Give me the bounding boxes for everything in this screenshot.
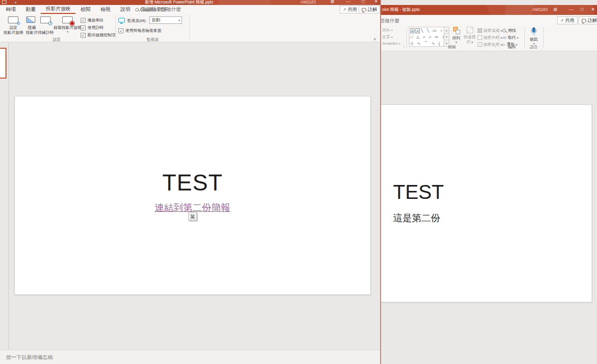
replace-icon: ab: [502, 36, 506, 39]
ribbon-home: 方向 ▾ 文字 ▾ SmartArt ▾ ⌟ A A ╲ ╲ ▭ ○ □ △ ⌐…: [381, 26, 597, 51]
quick-styles-icon: [467, 27, 473, 33]
window-title: oint 簡報 - 複製.pptx: [382, 7, 420, 13]
slide-subtitle-text[interactable]: 這是第二份: [393, 212, 440, 225]
notes-placeholder: 按一下以新增備忘稿: [6, 354, 53, 361]
shape-outline-button[interactable]: 圖案外框 ▾: [478, 35, 502, 40]
slide-title-text[interactable]: TEST: [393, 182, 444, 202]
monitor-dropdown[interactable]: 自動 ▾: [149, 16, 182, 24]
monitor-icon: [118, 18, 125, 22]
scroll-up-icon[interactable]: ▴: [444, 27, 449, 34]
dialog-launcher-icon[interactable]: ⌟: [403, 44, 404, 48]
editing-area: TEST 這是第二份: [381, 51, 597, 364]
record-caret-icon: ▾: [67, 30, 68, 33]
quick-styles-button[interactable]: 快速樣 式 ▾: [463, 27, 476, 44]
dropdown-caret-icon: ▾: [179, 18, 180, 22]
find-button[interactable]: 尋找: [502, 28, 516, 33]
window-title: 新增 Microsoft PowerPoint 簡報.pptx: [80, 0, 279, 5]
group-label-drawing: 繪圖: [406, 44, 498, 50]
presenter-view-checkbox[interactable]: ✓ 使用簡報者檢視畫面: [118, 28, 161, 33]
smartart-button-cut[interactable]: SmartArt ▾: [382, 41, 400, 46]
scroll-down-icon[interactable]: ▾: [444, 34, 449, 40]
setup-slideshow-button[interactable]: ⚙ 設定 投影片放映: [3, 15, 24, 39]
checkbox-icon: ✓: [81, 18, 86, 23]
ribbon-tab-row: 想做什麼 ↗ 共用 註解: [381, 15, 597, 26]
shapes-row2[interactable]: □ △ ⌐ ⌐ ⇨ ⇩: [409, 34, 444, 40]
dialog-launcher-icon[interactable]: ⌟: [495, 44, 496, 48]
tab-view[interactable]: 檢視: [96, 5, 115, 14]
shapes-gallery-scrollbar[interactable]: ▴ ▾ ≡: [444, 27, 449, 47]
shape-fill-button[interactable]: 圖案填滿 ▾: [478, 28, 502, 33]
ribbon-slideshow: ⚙ 設定 投影片放映 隱藏 投影片 排練計時 錄製投影片放映 ▾: [0, 14, 380, 42]
collapse-ribbon-icon[interactable]: ˄: [374, 37, 376, 42]
slide-canvas[interactable]: TEST 連結到第二份簡報 英: [14, 96, 371, 295]
text-direction-button-cut[interactable]: 方向 ▾: [382, 27, 393, 33]
maximize-icon[interactable]: □: [578, 7, 586, 12]
play-narrations-checkbox[interactable]: ✓ 播放旁白: [81, 17, 103, 23]
ribbon-options-icon[interactable]: ⊞: [328, 0, 336, 4]
ribbon-tab-row: 轉場 動畫 投影片放映 校閱 檢視 說明 Gaaiho PDF 告訴我您想做什麼…: [0, 5, 380, 14]
tab-animations[interactable]: 動畫: [21, 5, 41, 14]
comments-button[interactable]: 註解: [579, 16, 597, 24]
align-text-button-cut[interactable]: 文字 ▾: [382, 34, 393, 40]
comment-icon: [582, 19, 586, 22]
titlebar[interactable]: ▾ 新增 Microsoft PowerPoint 簡報.pptx AM1183…: [0, 0, 380, 5]
desktop: ▾ 新增 Microsoft PowerPoint 簡報.pptx AM1183…: [0, 0, 597, 364]
close-icon[interactable]: ✕: [589, 7, 597, 12]
shape-outline-icon: [478, 35, 482, 40]
quick-access-icon[interactable]: [2, 0, 6, 4]
group-label-editing: 編輯: [500, 44, 523, 50]
tell-me-text: 告訴我您想做什麼: [141, 6, 181, 13]
powerpoint-window-primary: ▾ 新增 Microsoft PowerPoint 簡報.pptx AM1183…: [0, 0, 381, 364]
quick-access-caret-icon[interactable]: ▾: [15, 0, 16, 4]
slide-thumbnail-pane[interactable]: [0, 42, 9, 350]
record-slideshow-button[interactable]: 錄製投影片放映 ▾: [56, 15, 80, 39]
hide-slide-icon: [26, 16, 35, 23]
group-label-setup: 設定: [0, 37, 113, 42]
minimize-icon[interactable]: —: [567, 7, 575, 12]
shapes-gallery[interactable]: A A ╲ ╲ ▭ ○ □ △ ⌐ ⌐ ⇨ ⇩ ◇ ∿ ⌒ ∿ { }: [409, 27, 444, 47]
share-icon: ↗: [560, 18, 564, 23]
search-icon: [135, 8, 139, 11]
share-icon: ↗: [343, 7, 346, 12]
rehearse-timings-button[interactable]: 排練計時: [36, 15, 56, 39]
comment-icon: [362, 8, 366, 11]
dictate-button[interactable]: 聽寫 ▾: [527, 27, 540, 45]
close-icon[interactable]: ✕: [372, 0, 380, 4]
group-label-voice: 語音: [525, 44, 542, 50]
ribbon-options-icon[interactable]: ⊞: [551, 7, 559, 12]
checkbox-icon: ✓: [118, 28, 123, 33]
share-button[interactable]: ↗ 共用: [340, 5, 360, 13]
notes-pane[interactable]: 按一下以新增備忘稿: [0, 350, 380, 364]
slide-thumbnail-1[interactable]: [0, 48, 6, 79]
microphone-icon: [531, 27, 537, 36]
arrange-button[interactable]: 排列 ▾: [450, 27, 462, 44]
titlebar[interactable]: oint 簡報 - 複製.pptx AM1183 ⊞ — □ ✕: [381, 5, 597, 15]
account-name[interactable]: AM1183: [300, 0, 316, 4]
shape-fill-icon: [478, 28, 482, 33]
tell-me-search[interactable]: 告訴我您想做什麼: [135, 5, 181, 14]
tab-transitions[interactable]: 轉場: [1, 5, 21, 14]
find-icon: [502, 29, 506, 32]
slide-canvas[interactable]: TEST 這是第二份: [381, 104, 592, 302]
replace-button[interactable]: ab 取代 ▾: [502, 35, 518, 40]
use-timings-checkbox[interactable]: ✓ 使用計時: [81, 25, 103, 30]
maximize-icon[interactable]: □: [359, 0, 367, 4]
tab-slideshow[interactable]: 投影片放映: [41, 5, 76, 14]
account-name[interactable]: AM1183: [532, 7, 548, 12]
share-button[interactable]: ↗ 共用: [557, 16, 578, 24]
checkbox-icon: ✓: [81, 25, 86, 30]
ime-mode-badge: 英: [189, 212, 197, 221]
editing-area: TEST 連結到第二份簡報 英: [0, 42, 380, 350]
minimize-icon[interactable]: —: [344, 0, 352, 4]
slide-title-text[interactable]: TEST: [15, 171, 370, 194]
tab-help[interactable]: 說明: [115, 5, 135, 14]
textbox-shape-icon[interactable]: A: [410, 28, 414, 33]
arrange-icon: [452, 27, 461, 35]
monitor-field-label: 監視器(M):: [127, 18, 146, 23]
comments-button[interactable]: 註解: [359, 5, 380, 13]
powerpoint-window-secondary: oint 簡報 - 複製.pptx AM1183 ⊞ — □ ✕ 想做什麼 ↗ …: [381, 5, 597, 364]
tab-review[interactable]: 校閱: [76, 5, 96, 14]
tell-me-text-cut: 想做什麼: [381, 17, 399, 24]
shapes-row1[interactable]: ╲ ╲ ▭ ○: [421, 28, 444, 33]
vertical-textbox-shape-icon[interactable]: A: [415, 28, 419, 33]
